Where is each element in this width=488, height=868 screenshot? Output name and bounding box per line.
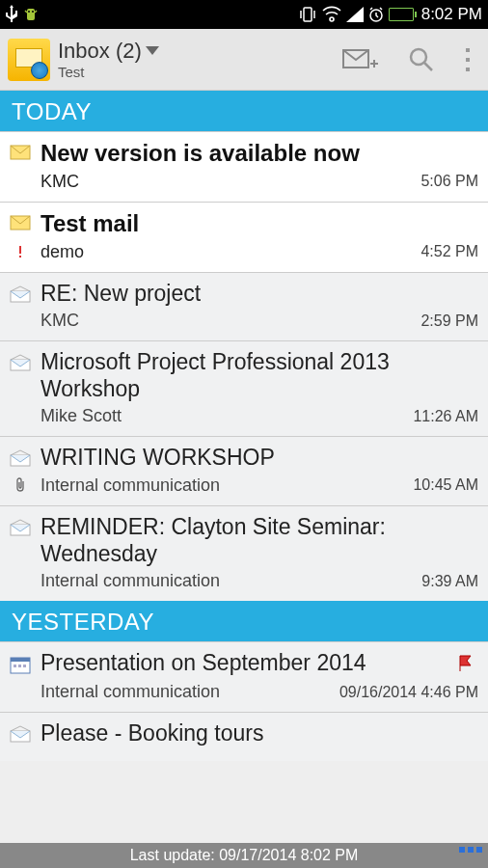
mail-sender: demo [31,242,420,262]
section-heading: YESTERDAY [0,601,488,641]
mail-sender: KMC [31,172,420,192]
overflow-menu-button[interactable] [463,46,473,73]
usb-icon [6,5,17,24]
mail-time: 09/16/2014 4:46 PM [339,684,478,701]
svg-point-8 [411,49,426,65]
calendar-icon [10,655,31,678]
mail-item[interactable]: Test maildemo4:52 PM [0,202,488,272]
svg-rect-10 [466,58,470,62]
mail-time: 9:39 AM [421,573,478,590]
chevron-down-icon [146,46,159,55]
svg-rect-23 [18,665,21,667]
mail-sender: Internal communication [31,475,413,496]
mail-subject: New version is available now [41,140,478,168]
search-button[interactable] [407,45,436,74]
flag-icon [457,654,476,677]
mail-item[interactable]: New version is available nowKMC5:06 PM [0,131,488,202]
mail-subject: REMINDER: Clayton Site Seminar: Wednesda… [41,514,478,567]
mail-icon [10,354,31,375]
vibrate-icon [298,6,317,23]
svg-rect-21 [11,658,30,662]
mail-sender: Internal communication [31,571,421,591]
app-icon[interactable] [8,39,50,81]
mail-subject: Microsoft Project Professional 2013 Work… [41,349,478,402]
status-time: 8:02 PM [421,5,482,24]
battery-icon [389,8,414,21]
mail-subject: Presentation on September 2014 [41,650,478,677]
account-name: Test [58,64,159,80]
svg-rect-5 [304,8,312,21]
pagination-dots [459,847,482,853]
mail-item[interactable]: Microsoft Project Professional 2013 Work… [0,340,488,436]
alarm-icon [367,6,385,23]
mail-time: 5:06 PM [420,173,478,190]
folder-name: Inbox (2) [58,39,142,63]
section-heading: TODAY [0,91,488,131]
svg-rect-24 [23,665,26,667]
last-update-text: Last update: 09/17/2014 8:02 PM [130,847,359,864]
svg-rect-11 [466,68,470,71]
attachment-icon [10,477,31,493]
mail-time: 4:52 PM [420,243,478,260]
status-right: 8:02 PM [298,5,482,24]
priority-icon [10,245,31,258]
mail-subject: Please - Booking tours [41,720,478,747]
mail-time: 10:45 AM [413,476,478,494]
mail-sender: Mike Scott [31,406,413,426]
mail-sender: KMC [31,311,420,331]
mail-subject: RE: New project [41,281,478,308]
svg-line-4 [35,11,37,13]
mail-icon [10,519,31,540]
status-left [6,5,39,24]
svg-point-2 [32,11,34,13]
mail-item[interactable]: REMINDER: Clayton Site Seminar: Wednesda… [0,505,488,601]
status-footer: Last update: 09/17/2014 8:02 PM [0,843,488,868]
mail-icon [10,215,31,234]
mail-time: 2:59 PM [420,312,478,330]
mail-item[interactable]: Presentation on September 2014Internal c… [0,641,488,712]
app-header: Inbox (2) Test [0,29,488,91]
mail-icon [10,725,31,746]
mail-item[interactable]: Please - Booking tours [0,712,488,761]
debug-icon [23,5,39,24]
status-bar: 8:02 PM [0,0,488,29]
mail-subject: Test mail [41,210,478,238]
mail-time: 11:26 AM [413,408,478,425]
folder-selector[interactable]: Inbox (2) Test [58,39,159,80]
mail-item[interactable]: WRITING WORKSHOPInternal communication10… [0,436,488,505]
mail-icon [10,285,31,307]
wifi-icon [321,6,342,23]
svg-rect-14 [19,246,21,254]
mail-subject: WRITING WORKSHOP [41,445,478,472]
svg-rect-0 [27,9,35,20]
svg-rect-22 [14,665,16,667]
svg-rect-15 [19,256,21,258]
signal-icon [346,7,364,22]
mail-icon [10,145,31,164]
mail-scroll-area[interactable]: TODAYNew version is available nowKMC5:06… [0,91,488,843]
svg-line-3 [25,11,27,13]
mail-item[interactable]: RE: New projectKMC2:59 PM [0,272,488,341]
svg-rect-9 [466,48,470,52]
svg-point-1 [28,11,30,13]
mail-icon [10,449,31,471]
mail-sender: Internal communication [31,682,339,702]
compose-button[interactable] [341,46,380,73]
